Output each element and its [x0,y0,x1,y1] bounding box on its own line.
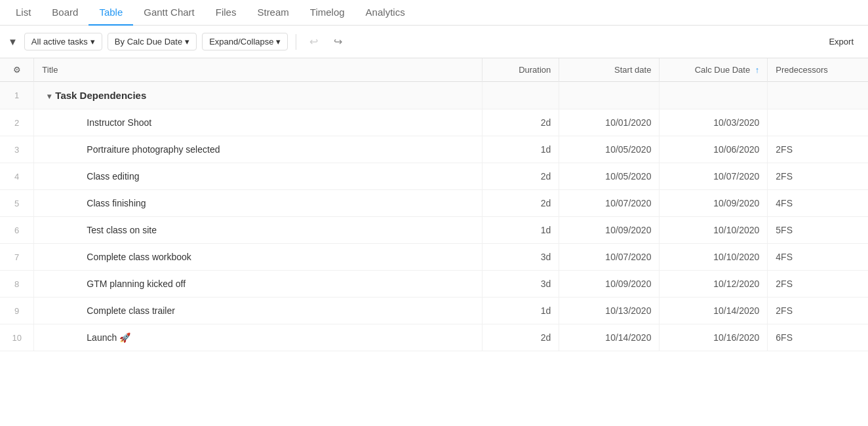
row-duration: 2d [482,163,559,190]
th-start-date[interactable]: Start date [559,58,660,82]
tab-analytics[interactable]: Analytics [355,0,416,26]
tab-board[interactable]: Board [41,0,89,26]
toolbar: ▼ All active tasks ▾ By Calc Due Date ▾ … [0,26,868,58]
row-duration [482,82,559,109]
tab-stream[interactable]: Stream [247,0,299,26]
table-header-row: ⚙ Title Duration Start date Calc Due Dat… [0,58,868,82]
row-calc-due-date: 10/03/2020 [660,109,768,136]
export-button[interactable]: Export [822,33,860,50]
th-title-label: Title [42,65,58,75]
row-calc-due-date [660,82,768,109]
row-title: Complete class trailer [34,298,482,324]
row-duration: 2d [482,324,559,351]
row-predecessors: 2FS [768,163,868,190]
row-predecessors [768,109,868,136]
row-predecessors: 5FS [768,217,868,244]
table-row[interactable]: 6Test class on site1d10/09/202010/10/202… [0,217,868,244]
row-calc-due-date: 10/10/2020 [660,244,768,271]
table-row[interactable]: 3Portraiture photography selected1d10/05… [0,136,868,163]
row-predecessors: 4FS [768,190,868,217]
th-settings[interactable]: ⚙ [0,58,34,82]
group-chevron-icon[interactable]: ▾ [47,92,51,101]
row-number: 3 [0,136,34,163]
row-number: 10 [0,324,34,351]
row-title: Portraiture photography selected [34,136,482,163]
th-start-date-label: Start date [614,65,651,75]
main-table: ⚙ Title Duration Start date Calc Due Dat… [0,58,868,351]
row-title: Launch 🚀 [34,324,482,351]
row-number: 2 [0,109,34,136]
row-number: 8 [0,271,34,298]
row-calc-due-date: 10/06/2020 [660,136,768,163]
expand-label: Expand/Collapse [209,37,273,47]
row-title: GTM planning kicked off [34,271,482,298]
row-predecessors: 2FS [768,271,868,298]
row-duration: 1d [482,217,559,244]
tab-files[interactable]: Files [205,0,247,26]
row-start-date: 10/01/2020 [559,109,660,136]
tab-gantt-chart[interactable]: Gantt Chart [133,0,205,26]
row-calc-due-date: 10/12/2020 [660,271,768,298]
row-title: Test class on site [34,217,482,244]
row-duration: 1d [482,136,559,163]
th-calc-due-date[interactable]: Calc Due Date ↑ [660,58,768,82]
th-calc-due-date-label: Calc Due Date [695,65,751,75]
row-number: 6 [0,217,34,244]
row-predecessors: 2FS [768,298,868,324]
row-title: Instructor Shoot [34,109,482,136]
redo-button[interactable]: ↪ [328,32,347,51]
row-predecessors: 2FS [768,136,868,163]
row-calc-due-date: 10/16/2020 [660,324,768,351]
row-predecessors: 6FS [768,324,868,351]
row-start-date: 10/07/2020 [559,244,660,271]
row-duration: 2d [482,190,559,217]
row-title: Class editing [34,163,482,190]
row-start-date: 10/07/2020 [559,190,660,217]
table-row[interactable]: 8GTM planning kicked off3d10/09/202010/1… [0,271,868,298]
row-calc-due-date: 10/09/2020 [660,190,768,217]
table-row[interactable]: 5Class finishing2d10/07/202010/09/20204F… [0,190,868,217]
table-row[interactable]: 10Launch 🚀2d10/14/202010/16/20206FS [0,324,868,351]
row-start-date [559,82,660,109]
row-start-date: 10/13/2020 [559,298,660,324]
group-chevron-icon: ▾ [185,37,189,47]
expand-chevron-icon: ▾ [276,37,281,47]
th-duration-label: Duration [519,65,551,75]
table-row[interactable]: 7Complete class workbook3d10/07/202010/1… [0,244,868,271]
group-button[interactable]: By Calc Due Date ▾ [108,33,197,50]
row-start-date: 10/14/2020 [559,324,660,351]
th-title[interactable]: Title [34,58,482,82]
table-row[interactable]: 4Class editing2d10/05/202010/07/20202FS [0,163,868,190]
row-title: ▾Task Dependencies [34,82,482,109]
row-number: 5 [0,190,34,217]
row-duration: 2d [482,109,559,136]
row-number: 4 [0,163,34,190]
undo-button[interactable]: ↩ [304,32,323,51]
row-start-date: 10/05/2020 [559,163,660,190]
th-predecessors-label: Predecessors [776,65,827,75]
row-title: Complete class workbook [34,244,482,271]
expand-collapse-button[interactable]: Expand/Collapse ▾ [202,33,288,50]
row-calc-due-date: 10/10/2020 [660,217,768,244]
group-label: By Calc Due Date [115,37,182,47]
row-start-date: 10/09/2020 [559,217,660,244]
toolbar-divider [296,34,296,50]
tab-list[interactable]: List [5,0,41,26]
row-start-date: 10/05/2020 [559,136,660,163]
table-row[interactable]: 2Instructor Shoot2d10/01/202010/03/2020 [0,109,868,136]
row-duration: 1d [482,298,559,324]
row-number: 7 [0,244,34,271]
row-duration: 3d [482,271,559,298]
tab-timelog[interactable]: Timelog [300,0,355,26]
table-row[interactable]: 1▾Task Dependencies [0,82,868,109]
filter-button[interactable]: All active tasks ▾ [24,33,102,50]
row-calc-due-date: 10/07/2020 [660,163,768,190]
row-predecessors [768,82,868,109]
row-title: Class finishing [34,190,482,217]
sort-arrow-icon: ↑ [755,65,760,75]
tab-table[interactable]: Table [89,0,133,26]
th-predecessors[interactable]: Predecessors [768,58,868,82]
th-duration[interactable]: Duration [482,58,559,82]
table-row[interactable]: 9Complete class trailer1d10/13/202010/14… [0,298,868,324]
row-start-date: 10/09/2020 [559,271,660,298]
